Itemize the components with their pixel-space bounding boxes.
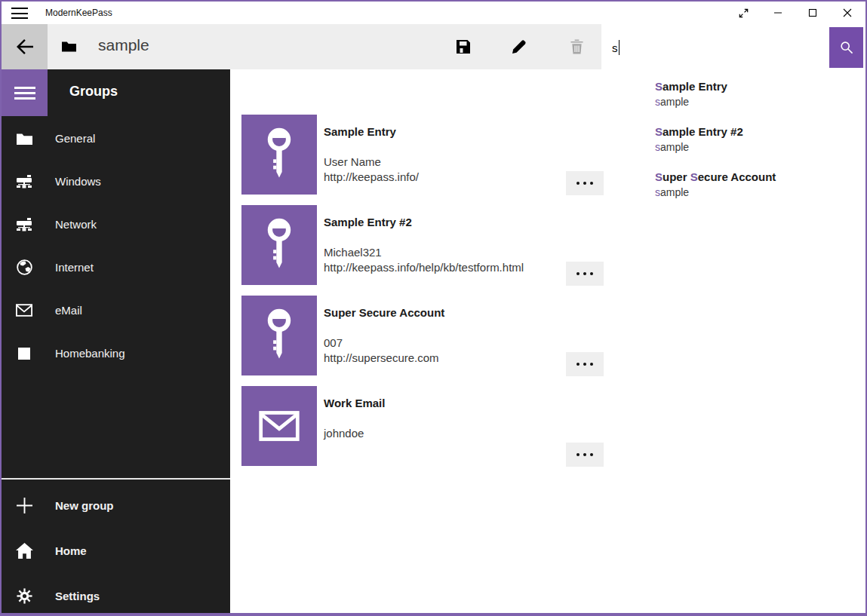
- folder-icon: [15, 132, 33, 145]
- square-icon: [15, 348, 33, 360]
- close-button[interactable]: [830, 2, 865, 24]
- back-arrow-icon: [16, 38, 34, 55]
- app-window: ModernKeePass: [0, 0, 867, 616]
- entry-url: http://supersecure.com: [324, 351, 439, 364]
- sidebar-item-email[interactable]: eMail: [2, 289, 230, 332]
- entry-title: Sample Entry #2: [324, 216, 412, 228]
- nav-hamburger-button[interactable]: [2, 69, 48, 116]
- entry-tile: [241, 205, 317, 285]
- sidebar-item-label: Settings: [55, 590, 100, 602]
- entry-tile: [241, 386, 317, 466]
- sidebar-item-internet[interactable]: Internet: [2, 246, 230, 289]
- entry-username: johndoe: [324, 427, 364, 440]
- network-icon: [15, 175, 33, 188]
- plus-icon: [15, 498, 33, 513]
- entry-title: Super Secure Account: [324, 306, 444, 319]
- page-title: sample: [98, 36, 149, 54]
- search-submit-button[interactable]: [829, 27, 863, 68]
- app-title: ModernKeePass: [45, 8, 112, 18]
- entry-row[interactable]: Super Secure Account 007 http://supersec…: [241, 296, 664, 386]
- ellipsis-icon: [576, 363, 580, 366]
- mail-icon: [259, 410, 300, 442]
- entry-row[interactable]: Work Email johndoe: [241, 386, 664, 477]
- titlebar: ModernKeePass: [2, 2, 865, 24]
- ellipsis-icon: [576, 453, 580, 456]
- sidebar-divider: [2, 478, 230, 480]
- entry-url: http://keepass.info/: [324, 170, 419, 183]
- entry-username: 007: [324, 336, 343, 349]
- sidebar-item-label: Homebanking: [55, 347, 125, 360]
- save-button[interactable]: [446, 24, 481, 69]
- back-button[interactable]: [2, 24, 48, 69]
- sidebar-item-label: Internet: [55, 261, 94, 274]
- key-icon: [263, 218, 295, 272]
- entry-more-button[interactable]: [566, 443, 604, 467]
- entry-tile: [241, 296, 317, 375]
- key-icon: [263, 127, 295, 182]
- sidebar-item-label: Windows: [55, 175, 101, 188]
- hamburger-icon: [11, 8, 28, 19]
- sidebar-item-homebanking[interactable]: Homebanking: [2, 332, 230, 375]
- command-bar: sample: [2, 24, 601, 69]
- sidebar-item-home[interactable]: Home: [2, 529, 230, 572]
- sidebar-item-network[interactable]: Network: [2, 203, 230, 246]
- gear-icon: [15, 588, 33, 604]
- suggestion-item[interactable]: Sample Entry sample: [603, 75, 865, 121]
- save-icon: [456, 39, 471, 54]
- delete-button[interactable]: [559, 24, 594, 69]
- entry-more-button[interactable]: [566, 352, 604, 376]
- sidebar-item-label: General: [55, 132, 95, 145]
- entry-more-button[interactable]: [566, 171, 604, 195]
- entry-username: User Name: [324, 155, 381, 168]
- maximize-icon: [808, 8, 817, 17]
- maximize-button[interactable]: [795, 2, 830, 24]
- minimize-icon: [773, 8, 782, 17]
- entry-row[interactable]: Sample Entry #2 Michael321 http://keepas…: [241, 205, 664, 296]
- database-folder-icon: [62, 40, 76, 52]
- delete-trash-icon: [570, 39, 583, 54]
- entry-title: Work Email: [324, 397, 385, 409]
- text-caret: [619, 40, 620, 55]
- sidebar-item-settings[interactable]: Settings: [2, 574, 230, 616]
- minimize-button[interactable]: [761, 2, 795, 24]
- sidebar-item-general[interactable]: General: [2, 117, 230, 160]
- close-icon: [843, 8, 852, 17]
- entry-username: Michael321: [324, 246, 382, 259]
- entry-title: Sample Entry: [324, 125, 396, 138]
- search-magnifier-icon: [840, 41, 853, 54]
- search-input[interactable]: s: [601, 27, 829, 68]
- sidebar-item-label: Network: [55, 218, 97, 231]
- ellipsis-icon: [576, 182, 580, 185]
- sidebar-item-label: eMail: [55, 304, 82, 317]
- entry-tile: [241, 115, 317, 195]
- suggestion-title: Sample Entry: [655, 79, 865, 94]
- edit-pencil-icon: [512, 39, 527, 54]
- suggestion-title: Sample Entry #2: [655, 124, 865, 139]
- sidebar-item-label: New group: [55, 499, 114, 512]
- ellipsis-icon: [576, 272, 580, 275]
- suggestion-subtitle: sample: [655, 185, 865, 200]
- home-icon: [15, 543, 33, 559]
- entry-row[interactable]: Sample Entry User Name http://keepass.in…: [241, 115, 664, 205]
- edit-button[interactable]: [502, 24, 536, 69]
- sidebar: Groups General Windows: [2, 69, 230, 613]
- search-input-value: s: [612, 41, 618, 54]
- groups-header: Groups: [69, 84, 118, 100]
- network-icon: [15, 218, 33, 231]
- sidebar-item-label: Home: [55, 544, 87, 557]
- entry-url: http://keepass.info/help/kb/testform.htm…: [324, 261, 524, 274]
- mail-icon: [15, 304, 33, 317]
- suggestion-title: Super Secure Account: [655, 170, 865, 185]
- suggestion-subtitle: sample: [655, 139, 865, 155]
- globe-icon: [15, 259, 33, 275]
- entry-more-button[interactable]: [566, 262, 604, 286]
- sidebar-item-windows[interactable]: Windows: [2, 160, 230, 203]
- hamburger-icon: [14, 87, 35, 100]
- fullscreen-button[interactable]: [726, 2, 761, 24]
- key-icon: [263, 308, 295, 363]
- fullscreen-expand-icon: [739, 8, 749, 18]
- sidebar-item-new-group[interactable]: New group: [2, 483, 230, 527]
- suggestion-subtitle: sample: [655, 94, 865, 109]
